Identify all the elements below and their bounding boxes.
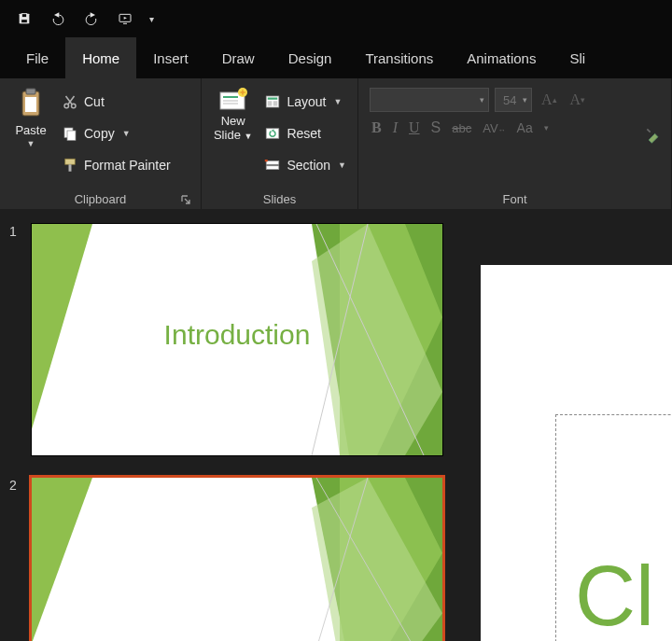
chevron-down-icon: ▼ bbox=[333, 97, 342, 106]
group-font: ▾ 54▾ A▴ A▾ B I U S abc AV↔ Aa ▾ bbox=[358, 78, 672, 209]
svg-rect-24 bbox=[273, 101, 278, 105]
slide-editor: Cl bbox=[462, 209, 672, 641]
svg-rect-27 bbox=[267, 166, 280, 170]
ribbon: Paste ▼ Cut Copy ▼ Format Painter bbox=[0, 78, 672, 209]
workspace: 1 Introduction 2 bbox=[0, 209, 672, 641]
svg-rect-14 bbox=[65, 159, 76, 164]
section-label: Section bbox=[287, 158, 330, 173]
chevron-down-icon: ▼ bbox=[27, 139, 35, 148]
svg-rect-23 bbox=[268, 101, 273, 105]
slide-thumbnail-panel: 1 Introduction 2 bbox=[0, 209, 462, 641]
character-spacing-button[interactable]: AV↔ bbox=[483, 121, 505, 135]
svg-rect-7 bbox=[25, 97, 36, 112]
font-group-label: Font bbox=[502, 192, 526, 206]
tab-insert[interactable]: Insert bbox=[136, 37, 205, 78]
svg-rect-26 bbox=[267, 161, 280, 165]
svg-rect-6 bbox=[26, 89, 35, 94]
font-size-select[interactable]: 54▾ bbox=[495, 88, 532, 112]
copy-label: Copy bbox=[84, 126, 115, 141]
clipboard-group-label: Clipboard bbox=[75, 192, 127, 206]
clipboard-dialog-launcher-icon[interactable] bbox=[180, 194, 193, 207]
strikethrough-button[interactable]: abc bbox=[452, 121, 471, 135]
svg-rect-28 bbox=[265, 160, 268, 161]
text-shadow-button[interactable]: S bbox=[431, 119, 441, 136]
tab-draw[interactable]: Draw bbox=[205, 37, 272, 78]
new-slide-label-1: New bbox=[221, 114, 245, 128]
chevron-down-icon: ▼ bbox=[338, 160, 346, 170]
thumbnail-row: 2 bbox=[9, 478, 453, 641]
chevron-down-icon: ▾ bbox=[480, 95, 484, 105]
svg-rect-1 bbox=[21, 14, 26, 18]
quick-access-toolbar: ▾ bbox=[0, 0, 672, 37]
svg-rect-22 bbox=[268, 98, 278, 100]
tab-home[interactable]: Home bbox=[65, 37, 136, 78]
format-painter-label: Format Painter bbox=[84, 158, 171, 173]
slide-number: 2 bbox=[9, 478, 24, 493]
svg-marker-35 bbox=[32, 478, 92, 641]
svg-rect-13 bbox=[67, 131, 76, 141]
copy-button[interactable]: Copy ▼ bbox=[56, 118, 195, 149]
layout-label: Layout bbox=[287, 94, 326, 109]
slide-thumbnail-1[interactable]: Introduction bbox=[32, 224, 442, 455]
save-icon[interactable] bbox=[9, 4, 39, 34]
italic-button[interactable]: I bbox=[393, 119, 398, 136]
new-slide-label-2: Slide bbox=[214, 128, 241, 142]
slide-thumbnail-2[interactable] bbox=[32, 478, 442, 641]
group-clipboard: Paste ▼ Cut Copy ▼ Format Painter bbox=[0, 78, 202, 209]
reset-label: Reset bbox=[287, 126, 321, 141]
active-slide-canvas[interactable]: Cl bbox=[481, 265, 672, 641]
layout-button[interactable]: Layout ▼ bbox=[259, 86, 352, 118]
title-placeholder[interactable]: Cl bbox=[555, 414, 672, 641]
paste-label: Paste bbox=[15, 123, 46, 137]
section-button[interactable]: Section ▼ bbox=[259, 149, 352, 181]
tab-transitions[interactable]: Transitions bbox=[348, 37, 450, 78]
increase-font-icon[interactable]: A▴ bbox=[538, 88, 561, 112]
svg-rect-15 bbox=[69, 164, 72, 172]
qat-customize-dropdown[interactable]: ▾ bbox=[144, 14, 154, 24]
slide-number: 1 bbox=[9, 224, 24, 239]
reset-button[interactable]: Reset bbox=[259, 118, 352, 149]
format-painter-button[interactable]: Format Painter bbox=[56, 149, 195, 181]
new-slide-button[interactable]: NewSlide ▼ bbox=[207, 82, 259, 188]
chevron-down-icon: ▼ bbox=[122, 129, 131, 138]
chevron-down-icon: ▼ bbox=[245, 132, 253, 141]
tab-design[interactable]: Design bbox=[272, 37, 349, 78]
group-slides: NewSlide ▼ Layout ▼ Reset Section ▼ bbox=[202, 78, 358, 209]
chevron-down-icon: ▾ bbox=[523, 95, 527, 105]
cut-label: Cut bbox=[84, 94, 105, 109]
redo-icon[interactable] bbox=[77, 4, 106, 34]
decrease-font-icon[interactable]: A▾ bbox=[567, 88, 590, 112]
thumbnail-row: 1 Introduction bbox=[9, 224, 453, 455]
ribbon-tabs: File Home Insert Draw Design Transitions… bbox=[0, 37, 672, 78]
start-from-beginning-icon[interactable] bbox=[110, 4, 140, 34]
change-case-button[interactable]: Aa bbox=[517, 120, 533, 135]
paste-button[interactable]: Paste ▼ bbox=[6, 82, 56, 188]
placeholder-text: Cl bbox=[575, 549, 654, 642]
bold-button[interactable]: B bbox=[371, 119, 382, 136]
font-family-select[interactable]: ▾ bbox=[370, 88, 489, 112]
cut-button[interactable]: Cut bbox=[56, 86, 195, 118]
slides-group-label: Slides bbox=[263, 192, 296, 206]
slide-title: Introduction bbox=[164, 319, 311, 351]
svg-marker-29 bbox=[32, 224, 92, 429]
tab-file[interactable]: File bbox=[9, 37, 65, 78]
tab-animations[interactable]: Animations bbox=[450, 37, 553, 78]
tab-slideshow[interactable]: Sli bbox=[553, 37, 602, 78]
undo-icon[interactable] bbox=[43, 4, 73, 34]
font-size-value: 54 bbox=[503, 93, 516, 107]
underline-button[interactable]: U bbox=[409, 119, 420, 136]
clear-formatting-icon[interactable] bbox=[641, 82, 665, 188]
svg-rect-2 bbox=[21, 20, 28, 23]
slide-facet-background bbox=[32, 478, 442, 641]
